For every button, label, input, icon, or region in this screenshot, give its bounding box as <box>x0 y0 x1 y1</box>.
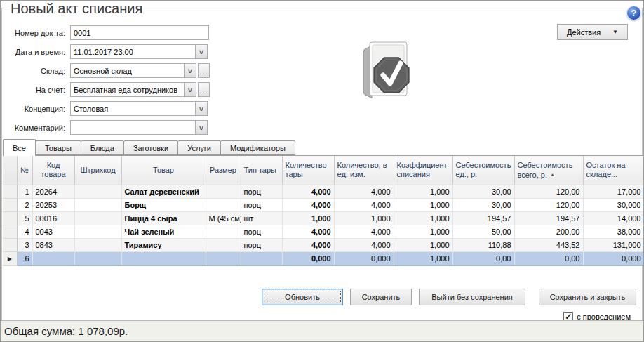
save-and-close-button[interactable]: Сохранить и закрыть <box>539 289 636 305</box>
cell-qty-units[interactable]: 4,000 <box>334 185 394 198</box>
col-cost-total[interactable]: Себестоимость всего, р.▲ <box>514 156 583 185</box>
cell-code[interactable]: 0043 <box>32 225 74 238</box>
cell-qty[interactable]: 0,000 <box>282 251 334 265</box>
chevron-down-icon[interactable]: ˅ <box>195 45 207 58</box>
save-button[interactable]: Сохранить <box>350 289 412 305</box>
cell-size[interactable] <box>206 185 241 198</box>
warehouse-combo[interactable]: Основной склад ˅ <box>70 63 196 78</box>
doc-number-input[interactable]: 0001 <box>70 25 209 40</box>
col-qty-units[interactable]: Количество, в ед. изм. <box>334 156 394 185</box>
cell-coeff[interactable]: 1,000 <box>394 211 452 225</box>
col-product[interactable]: Товар <box>121 156 206 185</box>
cell-qty[interactable]: 1,000 <box>282 211 334 225</box>
table-row[interactable]: 1 20264 Салат деревенский порц 4,000 4,0… <box>3 185 643 198</box>
cell-code[interactable]: 0843 <box>32 238 74 251</box>
tab-all[interactable]: Все <box>3 139 36 156</box>
cell-qty-units[interactable]: 4,000 <box>334 225 394 238</box>
table-row[interactable]: 5 00016 Пицца 4 сыра М (45 см) шт 1,000 … <box>3 211 643 225</box>
comment-value <box>71 121 195 134</box>
caret-down-icon: ▼ <box>612 29 618 35</box>
row-selector-cell[interactable] <box>3 211 17 225</box>
cell-product[interactable]: Тирамису <box>121 238 206 251</box>
cell-size[interactable] <box>206 238 241 251</box>
warehouse-ellipsis-button[interactable]: ... <box>198 63 210 78</box>
chevron-down-icon[interactable]: ˅ <box>184 83 196 96</box>
account-ellipsis-button[interactable]: ... <box>198 82 210 97</box>
cell-barcode[interactable] <box>74 185 121 198</box>
col-qty[interactable]: Количество тары <box>282 156 334 185</box>
cell-container[interactable]: порц <box>241 238 282 251</box>
cell-code[interactable] <box>32 251 74 265</box>
col-stock[interactable]: Остаток на складе... <box>583 156 643 185</box>
cell-barcode[interactable] <box>74 238 121 251</box>
col-cost-unit[interactable]: Себестоимость ед., р. <box>452 156 514 185</box>
cell-product[interactable]: Чай зеленый <box>121 225 206 238</box>
cell-code[interactable]: 20253 <box>32 198 74 211</box>
cell-coeff[interactable]: 1,000 <box>394 225 452 238</box>
cell-product[interactable]: Пицца 4 сыра <box>121 211 206 225</box>
tab-dishes[interactable]: Блюда <box>81 140 124 155</box>
cell-qty-units[interactable]: 4,000 <box>334 198 394 211</box>
cell-coeff[interactable]: 1,000 <box>394 251 452 265</box>
cell-coeff[interactable]: 1,000 <box>394 185 452 198</box>
chevron-down-icon[interactable]: ˅ <box>195 121 207 134</box>
col-container[interactable]: Тип тары <box>241 156 282 185</box>
table-row[interactable]: 3 0843 Тирамису порц 4,000 4,000 1,000 1… <box>3 238 643 251</box>
cell-qty[interactable]: 4,000 <box>282 198 334 211</box>
cell-barcode[interactable] <box>74 225 121 238</box>
cell-qty-units[interactable]: 4,000 <box>334 238 394 251</box>
chevron-down-icon[interactable]: ˅ <box>184 64 196 77</box>
cell-qty-units[interactable]: 0,000 <box>334 251 394 265</box>
cell-container[interactable] <box>241 251 282 265</box>
chevron-down-icon[interactable]: ˅ <box>195 102 207 115</box>
cell-product[interactable] <box>121 251 206 265</box>
tab-modifiers[interactable]: Модификаторы <box>220 140 295 155</box>
col-num[interactable]: № <box>17 156 32 185</box>
cell-coeff[interactable]: 1,000 <box>394 238 452 251</box>
row-selector-cell[interactable] <box>3 185 17 198</box>
row-selector-cell[interactable] <box>3 225 17 238</box>
row-selector-cell[interactable]: ▶ <box>3 251 17 265</box>
cell-size[interactable] <box>206 225 241 238</box>
cell-container[interactable]: порц <box>241 185 282 198</box>
cell-qty[interactable]: 4,000 <box>282 225 334 238</box>
table-row[interactable]: 4 0043 Чай зеленый порц 4,000 4,000 1,00… <box>3 225 643 238</box>
cell-qty[interactable]: 4,000 <box>282 185 334 198</box>
col-barcode[interactable]: Штрихкод <box>74 156 121 185</box>
cell-product[interactable]: Салат деревенский <box>121 185 206 198</box>
cell-barcode[interactable] <box>74 251 121 265</box>
refresh-button[interactable]: Обновить <box>262 289 343 305</box>
cell-size[interactable] <box>206 251 241 265</box>
tab-prepared[interactable]: Заготовки <box>123 140 178 155</box>
cell-product[interactable]: Борщ <box>121 198 206 211</box>
cell-container[interactable]: шт <box>241 211 282 225</box>
cell-container[interactable]: порц <box>241 225 282 238</box>
cell-size[interactable] <box>206 198 241 211</box>
tab-services[interactable]: Услуги <box>177 140 221 155</box>
table-row[interactable]: 2 20253 Борщ порц 4,000 4,000 1,000 30,0… <box>3 198 643 211</box>
actions-button[interactable]: Действия ▼ <box>557 24 628 40</box>
cell-barcode[interactable] <box>74 211 121 225</box>
datetime-combo[interactable]: 11.01.2017 23:00 ˅ <box>70 44 208 59</box>
cell-code[interactable]: 00016 <box>32 211 74 225</box>
row-selector-cell[interactable] <box>3 198 17 211</box>
help-icon[interactable]: ? <box>626 6 641 20</box>
row-selector-cell[interactable] <box>3 238 17 251</box>
tab-goods[interactable]: Товары <box>35 140 81 155</box>
cell-code[interactable]: 20264 <box>32 185 74 198</box>
cell-cost-unit: 30,00 <box>452 185 514 198</box>
cell-container[interactable]: порц <box>241 198 282 211</box>
account-combo[interactable]: Бесплатная еда сотрудников ˅ <box>70 82 196 97</box>
cell-qty[interactable]: 4,000 <box>282 238 334 251</box>
cell-qty-units[interactable]: 1,000 <box>334 211 394 225</box>
cell-barcode[interactable] <box>74 198 121 211</box>
cell-coeff[interactable]: 1,000 <box>394 198 452 211</box>
cell-size[interactable]: М (45 см) <box>206 211 241 225</box>
exit-without-saving-button[interactable]: Выйти без сохранения <box>419 289 525 305</box>
table-row-selected[interactable]: ▶ 6 0,000 0,000 1,000 0,00 0,00 0,000 <box>3 251 643 265</box>
col-coeff[interactable]: Коэффициент списания <box>394 156 452 185</box>
col-code[interactable]: Код товара <box>32 156 74 185</box>
comment-combo[interactable]: ˅ <box>70 120 208 135</box>
concept-combo[interactable]: Столовая ˅ <box>70 101 208 116</box>
col-size[interactable]: Размер <box>206 156 241 185</box>
